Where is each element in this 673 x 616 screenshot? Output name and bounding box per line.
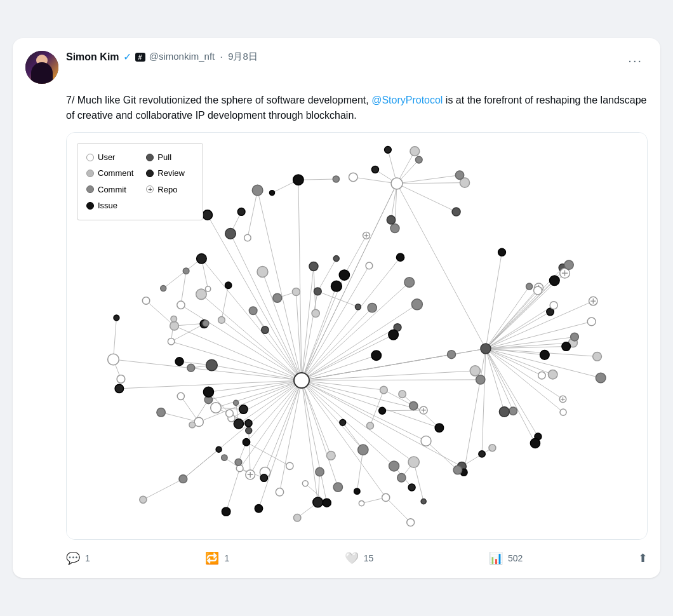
verified-icon: ✓ <box>123 51 131 63</box>
legend-pull-label: Pull <box>157 150 171 164</box>
graph-visualization: User Pull Comment Review <box>67 133 647 539</box>
legend-review-label: Review <box>157 166 185 180</box>
reply-icon: 💬 <box>66 551 80 565</box>
tweet-card: Simon Kim ✓ # @simonkim_nft · 9月8日 ··· 7… <box>13 38 660 578</box>
username[interactable]: @simonkim_nft <box>149 51 215 62</box>
pull-dot <box>146 154 154 161</box>
tweet-header: Simon Kim ✓ # @simonkim_nft · 9月8日 ··· <box>25 51 648 84</box>
views-icon: 📊 <box>489 551 503 565</box>
commit-dot <box>86 185 94 193</box>
graph-legend: User Pull Comment Review <box>77 143 203 220</box>
legend-comment: Comment <box>86 166 133 180</box>
username-date: @simonkim_nft · 9月8日 <box>149 51 258 63</box>
views-action[interactable]: 📊 502 <box>489 551 523 565</box>
legend-review: Review <box>146 166 193 180</box>
repo-dot <box>146 185 154 193</box>
legend-user-label: User <box>98 150 115 164</box>
legend-commit-label: Commit <box>98 182 126 197</box>
user-info: Simon Kim ✓ # @simonkim_nft · 9月8日 <box>66 51 615 63</box>
share-icon: ⬆ <box>638 551 648 565</box>
heart-icon: 🤍 <box>345 551 359 565</box>
reply-count: 1 <box>85 553 90 563</box>
name-row: Simon Kim ✓ # @simonkim_nft · 9月8日 <box>66 51 615 63</box>
reply-action[interactable]: 💬 1 <box>66 551 90 565</box>
tweet-image: User Pull Comment Review <box>66 132 648 540</box>
more-button[interactable]: ··· <box>623 51 648 70</box>
like-action[interactable]: 🤍 15 <box>345 551 374 565</box>
legend-pull: Pull <box>146 150 193 164</box>
legend-commit: Commit <box>86 182 133 197</box>
legend-issue: Issue <box>86 198 133 213</box>
legend-issue-label: Issue <box>98 198 117 213</box>
display-name: Simon Kim <box>66 51 119 63</box>
user-dot <box>86 154 94 161</box>
tweet-actions: 💬 1 🔁 1 🤍 15 📊 502 ⬆ <box>66 549 648 565</box>
tweet-text: 7/ Much like Git revolutionized the sphe… <box>66 93 648 123</box>
retweet-action[interactable]: 🔁 1 <box>205 551 229 565</box>
avatar <box>25 51 58 84</box>
legend-repo-label: Repo <box>157 182 177 197</box>
views-count: 502 <box>508 553 523 563</box>
retweet-count: 1 <box>224 553 229 563</box>
legend-repo: Repo <box>146 182 193 197</box>
comment-dot <box>86 170 94 177</box>
retweet-icon: 🔁 <box>205 551 219 565</box>
issue-dot <box>86 202 94 210</box>
review-dot <box>146 170 154 177</box>
legend-user: User <box>86 150 133 164</box>
tweet-date: 9月8日 <box>228 51 258 62</box>
hashtag-badge: # <box>135 53 145 62</box>
mention-link[interactable]: @StoryProtocol <box>371 95 443 105</box>
share-action[interactable]: ⬆ <box>638 551 648 565</box>
like-count: 15 <box>364 553 374 563</box>
legend-comment-label: Comment <box>98 166 133 180</box>
tweet-prefix: 7/ Much like Git revolutionized the sphe… <box>66 95 371 105</box>
